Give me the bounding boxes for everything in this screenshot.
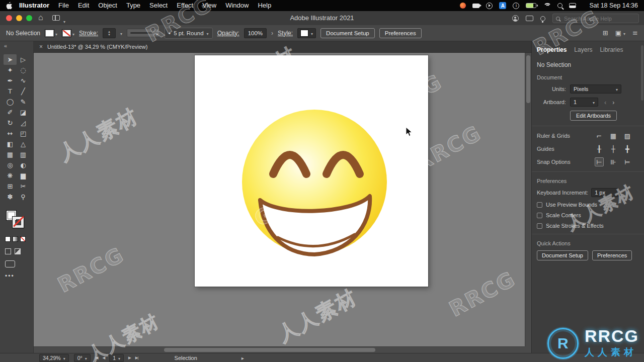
gpu-performance-icon[interactable]: [526, 16, 533, 21]
app-menu-illustrator[interactable]: Illustrator: [15, 0, 54, 11]
ellipse-tool[interactable]: ◯: [4, 97, 17, 107]
checkbox-use-preview-bounds[interactable]: Use Preview Bounds: [537, 202, 639, 208]
menu-select[interactable]: Select: [145, 0, 172, 11]
checkbox-scale-corners[interactable]: Scale Corners: [537, 212, 639, 218]
info-icon[interactable]: i: [513, 3, 519, 9]
play-circle-icon[interactable]: [486, 3, 493, 9]
menu-effect[interactable]: Effect: [172, 0, 198, 11]
screen-record-icon[interactable]: [460, 3, 466, 9]
next-artboard-icon[interactable]: [612, 99, 614, 106]
status-bar-expand-icon[interactable]: [242, 355, 244, 361]
artboard-navigation-dropdown[interactable]: 1: [109, 354, 124, 362]
selection-tool[interactable]: ➤: [4, 54, 17, 65]
snap-to-point-icon[interactable]: ⊢: [595, 157, 604, 166]
input-source-icon[interactable]: A: [499, 2, 506, 9]
artboard-tool[interactable]: ⊞: [4, 181, 17, 192]
close-window-button[interactable]: [6, 15, 12, 21]
wifi-icon[interactable]: [543, 3, 551, 9]
paint-color-button[interactable]: [5, 236, 11, 242]
help-search-input[interactable]: [563, 15, 625, 22]
discover-icon[interactable]: [540, 16, 545, 21]
snap-to-pixel-icon[interactable]: ⊨: [623, 157, 632, 166]
artboard[interactable]: [195, 55, 428, 287]
show-transparency-grid-icon[interactable]: ▨: [623, 131, 632, 140]
chevron-down-icon[interactable]: [120, 30, 122, 37]
stroke-color-swatch[interactable]: [62, 29, 74, 37]
magic-wand-tool[interactable]: ✦: [4, 65, 17, 75]
symbol-sprayer-tool[interactable]: ❋: [4, 170, 17, 181]
draw-behind-icon[interactable]: [15, 248, 21, 254]
panel-scrollbar-thumb[interactable]: [641, 45, 643, 101]
menu-help[interactable]: Help: [253, 0, 276, 11]
menu-window[interactable]: Window: [221, 0, 253, 11]
opacity-field[interactable]: 100%: [244, 28, 267, 38]
rotation-dropdown[interactable]: 0°: [74, 354, 91, 362]
opacity-options-icon[interactable]: [271, 30, 273, 37]
units-dropdown[interactable]: Pixels: [570, 84, 621, 94]
stroke-weight-stepper[interactable]: ▲▼: [103, 28, 116, 38]
paint-none-button[interactable]: [20, 236, 26, 242]
first-artboard-icon[interactable]: |◀: [95, 355, 98, 360]
camera-icon[interactable]: [472, 4, 479, 8]
next-artboard-icon[interactable]: ▶: [128, 355, 131, 360]
blend-tool[interactable]: ◐: [17, 160, 30, 170]
last-artboard-icon[interactable]: ▶|: [135, 355, 138, 360]
variable-width-profile-dropdown[interactable]: [127, 29, 160, 37]
close-document-icon[interactable]: ×: [39, 44, 43, 50]
edit-artboards-button[interactable]: Edit Artboards: [570, 111, 617, 121]
prev-artboard-icon[interactable]: ◀: [102, 355, 105, 360]
screen-mode-icon[interactable]: [5, 260, 15, 267]
lasso-tool[interactable]: ◌: [17, 65, 30, 75]
style-dropdown[interactable]: [297, 28, 316, 38]
eyedropper-tool[interactable]: ◎: [4, 160, 17, 170]
direct-selection-tool[interactable]: ▷: [17, 54, 30, 65]
show-guides-icon[interactable]: ╂: [595, 144, 604, 153]
style-link[interactable]: Style:: [278, 30, 293, 37]
share-document-icon[interactable]: [512, 15, 519, 22]
menu-edit[interactable]: Edit: [73, 0, 94, 11]
artboard-dropdown[interactable]: 1: [570, 98, 598, 107]
menu-object[interactable]: Object: [94, 0, 122, 11]
snap-to-grid-icon[interactable]: ⊪: [609, 157, 618, 166]
help-search-box[interactable]: [552, 14, 639, 23]
control-center-icon[interactable]: [569, 3, 576, 9]
home-icon[interactable]: [38, 13, 43, 22]
curvature-tool[interactable]: ∿: [17, 75, 30, 86]
width-tool[interactable]: ↔: [4, 128, 17, 139]
fill-stroke-indicator[interactable]: [6, 210, 26, 230]
hand-tool[interactable]: ✽: [4, 192, 17, 202]
preferences-quick-button[interactable]: Preferences: [592, 250, 632, 260]
workspace-switcher-icon[interactable]: ▣: [615, 29, 625, 37]
preferences-button[interactable]: Preferences: [379, 28, 422, 38]
vertical-scrollbar-thumb[interactable]: [526, 55, 530, 103]
document-tab-title[interactable]: Untitled-13* @ 34,29 % (CMYK/Preview): [47, 44, 147, 50]
checkbox-scale-strokes-effects[interactable]: Scale Strokes & Effects: [537, 223, 639, 229]
tab-properties[interactable]: Properties: [537, 46, 567, 53]
slice-tool[interactable]: ✂: [17, 181, 30, 192]
column-graph-tool[interactable]: ▆: [17, 170, 30, 181]
keyboard-increment-field[interactable]: 1 px: [591, 188, 619, 197]
shape-builder-tool[interactable]: ◧: [4, 139, 17, 149]
edit-toolbar-icon[interactable]: [5, 273, 15, 280]
menu-type[interactable]: Type: [122, 0, 145, 11]
rotate-tool[interactable]: ↻: [4, 118, 17, 128]
align-options-icon[interactable]: ⊞: [603, 29, 608, 37]
tab-libraries[interactable]: Libraries: [600, 46, 623, 53]
zoom-level-dropdown[interactable]: 34,29%: [39, 354, 69, 362]
menu-file[interactable]: File: [54, 0, 73, 11]
collapse-toolbar-icon[interactable]: «: [4, 43, 7, 49]
eraser-tool[interactable]: ◪: [17, 107, 30, 118]
make-guides-icon[interactable]: ╋: [623, 144, 632, 153]
scale-tool[interactable]: ◿: [17, 118, 30, 128]
show-grid-icon[interactable]: ▦: [609, 131, 618, 140]
type-tool[interactable]: T: [4, 86, 17, 97]
opacity-link[interactable]: Opacity:: [217, 30, 239, 37]
menu-view[interactable]: View: [198, 0, 221, 11]
perspective-grid-tool[interactable]: △: [17, 139, 30, 149]
zoom-tool[interactable]: ⚲: [17, 192, 30, 202]
paintbrush-tool[interactable]: ✎: [17, 97, 30, 107]
shaper-tool[interactable]: ✐: [4, 107, 17, 118]
panel-menu-icon[interactable]: ≡: [632, 29, 638, 37]
draw-normal-icon[interactable]: [5, 248, 11, 254]
mesh-tool[interactable]: ▦: [4, 149, 17, 160]
